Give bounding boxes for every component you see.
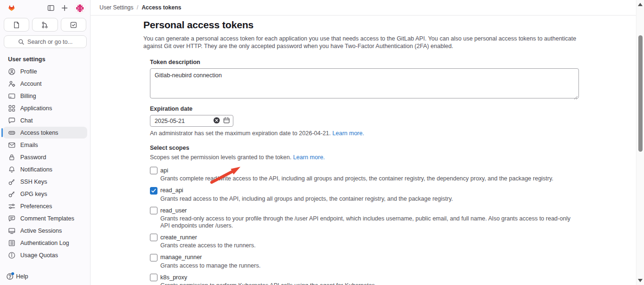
scope-create_runner-checkbox[interactable] bbox=[150, 234, 157, 241]
sidebar-item-access-tokens[interactable]: Access tokens bbox=[3, 127, 87, 138]
email-icon bbox=[8, 141, 16, 149]
breadcrumb-separator: / bbox=[137, 4, 138, 11]
scope-read_api-checkbox[interactable] bbox=[150, 187, 157, 195]
token-description-label: Token description bbox=[150, 59, 579, 65]
sidebar-toggle-icon[interactable] bbox=[47, 4, 55, 12]
sidebar-item-preferences[interactable]: Preferences bbox=[3, 200, 87, 212]
chat-icon bbox=[8, 117, 16, 124]
token-description-input[interactable]: Gitlab-neubird connection bbox=[150, 68, 579, 98]
monitor-icon bbox=[8, 227, 16, 235]
expiration-note: An administrator has set the maximum exp… bbox=[150, 130, 579, 137]
sidebar: Search or go to... User settings Profile… bbox=[0, 0, 91, 285]
expiration-date-input[interactable] bbox=[150, 115, 233, 127]
issues-icon bbox=[13, 21, 20, 29]
page-intro: You can generate a personal access token… bbox=[143, 35, 584, 50]
help-label: Help bbox=[16, 273, 28, 280]
sidebar-item-active-sessions[interactable]: Active Sessions bbox=[3, 225, 87, 236]
textarea-resize-handle[interactable] bbox=[574, 93, 578, 98]
sidebar-item-label: Password bbox=[20, 154, 46, 161]
sidebar-item-label: Preferences bbox=[20, 203, 52, 210]
scope-k8s_proxy-label[interactable]: k8s_proxy bbox=[160, 274, 187, 281]
sidebar-item-notifications[interactable]: Notifications bbox=[3, 163, 87, 175]
merge-requests-button[interactable] bbox=[32, 18, 58, 32]
scroll-down-arrow[interactable] bbox=[638, 279, 643, 282]
profile-icon bbox=[8, 68, 16, 75]
select-scopes-label: Select scopes bbox=[150, 145, 579, 151]
scope-manage_runner-checkbox[interactable] bbox=[150, 254, 157, 261]
scope-create_runner-description: Grants create access to the runners. bbox=[160, 242, 579, 249]
help-notification-dot bbox=[11, 272, 14, 275]
avatar[interactable] bbox=[74, 3, 85, 14]
sidebar-item-label: SSH Keys bbox=[20, 179, 47, 185]
sidebar-item-account[interactable]: Account bbox=[3, 78, 87, 90]
scope-read_user-label[interactable]: read_user bbox=[160, 207, 187, 214]
scopes-learn-more-link[interactable]: Learn more. bbox=[293, 154, 325, 161]
breadcrumb-access-tokens: Access tokens bbox=[141, 4, 181, 11]
scopes-hint: Scopes set the permission levels granted… bbox=[150, 154, 579, 161]
page-title: Personal access tokens bbox=[143, 19, 584, 31]
scroll-up-arrow[interactable] bbox=[638, 3, 643, 6]
gitlab-logo[interactable] bbox=[6, 2, 18, 14]
scope-row-api: apiGrants complete read/write access to … bbox=[150, 167, 579, 182]
breadcrumb-user-settings[interactable]: User Settings bbox=[99, 4, 133, 11]
log-icon bbox=[8, 239, 16, 247]
sidebar-item-password[interactable]: Password bbox=[3, 151, 87, 163]
scope-api-label[interactable]: api bbox=[160, 167, 168, 174]
clear-icon[interactable] bbox=[213, 117, 220, 124]
help-button[interactable]: Help bbox=[6, 273, 28, 280]
sidebar-item-profile[interactable]: Profile bbox=[3, 65, 87, 77]
help-icon bbox=[6, 273, 14, 280]
scope-row-create_runner: create_runnerGrants create access to the… bbox=[150, 234, 579, 249]
vertical-scrollbar[interactable] bbox=[636, 0, 644, 285]
calendar-icon[interactable] bbox=[223, 117, 230, 124]
sidebar-item-emails[interactable]: Emails bbox=[3, 139, 87, 151]
sidebar-item-label: Usage Quotas bbox=[20, 252, 58, 259]
sidebar-item-applications[interactable]: Applications bbox=[3, 102, 87, 114]
comment-template-icon bbox=[8, 215, 16, 222]
expiration-learn-more-link[interactable]: Learn more. bbox=[332, 130, 364, 137]
sidebar-item-label: Authentication Log bbox=[20, 240, 69, 246]
sidebar-item-gpg-keys[interactable]: GPG keys bbox=[3, 188, 87, 200]
scope-row-read_user: read_userGrants read-only access to your… bbox=[150, 207, 579, 229]
sidebar-item-label: Active Sessions bbox=[20, 228, 62, 234]
sidebar-item-label: Applications bbox=[20, 105, 52, 112]
sidebar-header bbox=[0, 0, 90, 16]
sidebar-item-billing[interactable]: Billing bbox=[3, 90, 87, 102]
todos-icon bbox=[70, 21, 77, 29]
sidebar-item-usage-quotas[interactable]: Usage Quotas bbox=[3, 249, 87, 261]
plus-icon[interactable] bbox=[61, 4, 68, 12]
scope-k8s_proxy-checkbox[interactable] bbox=[150, 274, 157, 281]
token-form: Token description Gitlab-neubird connect… bbox=[150, 59, 579, 285]
scope-read_user-description: Grants read-only access to your profile … bbox=[160, 215, 579, 229]
todos-button[interactable] bbox=[61, 18, 86, 32]
scope-read_api-description: Grants read access to the API, including… bbox=[160, 195, 579, 203]
scope-create_runner-label[interactable]: create_runner bbox=[160, 234, 197, 241]
expiration-date-field bbox=[150, 115, 233, 127]
sidebar-item-authentication-log[interactable]: Authentication Log bbox=[3, 237, 87, 249]
scope-manage_runner-label[interactable]: manage_runner bbox=[160, 254, 202, 261]
token-icon bbox=[8, 129, 16, 137]
key-icon bbox=[8, 178, 16, 186]
search-input[interactable]: Search or go to... bbox=[4, 35, 87, 48]
scope-api-checkbox[interactable] bbox=[150, 167, 157, 174]
sidebar-item-label: Billing bbox=[20, 93, 36, 99]
lock-icon bbox=[8, 154, 16, 161]
issues-button[interactable] bbox=[4, 18, 29, 32]
quota-icon bbox=[8, 252, 16, 259]
page-content: Personal access tokens You can generate … bbox=[91, 16, 584, 285]
scope-read_api-label[interactable]: read_api bbox=[160, 187, 183, 194]
sidebar-item-ssh-keys[interactable]: SSH Keys bbox=[3, 176, 87, 187]
scope-read_user-checkbox[interactable] bbox=[150, 207, 157, 214]
sidebar-item-comment-templates[interactable]: Comment Templates bbox=[3, 212, 87, 224]
applications-icon bbox=[8, 105, 16, 112]
main-area: User Settings / Access tokens Personal a… bbox=[91, 0, 636, 285]
sidebar-item-label: Notifications bbox=[20, 166, 52, 173]
billing-icon bbox=[8, 92, 16, 100]
sidebar-item-chat[interactable]: Chat bbox=[3, 114, 87, 126]
sidebar-section-title: User settings bbox=[8, 56, 90, 63]
expiration-note-text: An administrator has set the maximum exp… bbox=[150, 130, 331, 137]
sidebar-item-label: Chat bbox=[20, 117, 33, 124]
search-placeholder: Search or go to... bbox=[27, 39, 73, 45]
scrollbar-thumb[interactable] bbox=[638, 35, 643, 152]
sidebar-item-label: GPG keys bbox=[20, 191, 47, 197]
